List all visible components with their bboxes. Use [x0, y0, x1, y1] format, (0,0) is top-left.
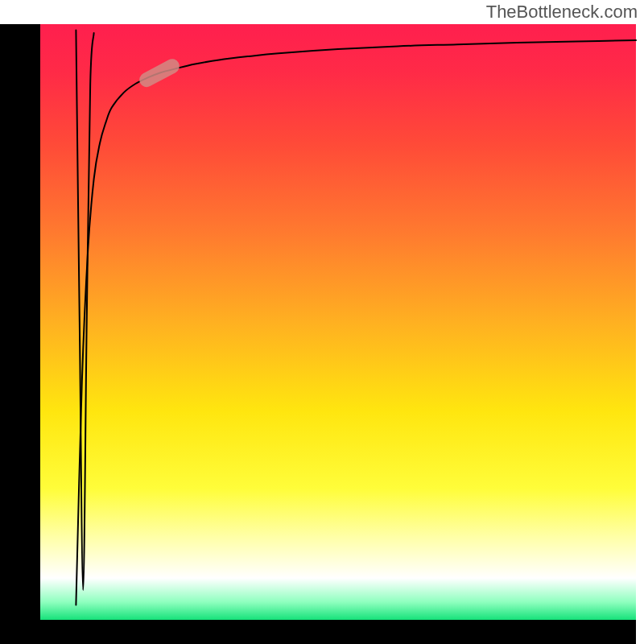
x-axis-bar: [0, 620, 636, 644]
chart-svg: [0, 0, 644, 644]
chart-container: [0, 0, 644, 644]
plot-background: [40, 24, 636, 620]
watermark-text: TheBottleneck.com: [486, 2, 638, 23]
y-axis-bar: [0, 24, 40, 644]
